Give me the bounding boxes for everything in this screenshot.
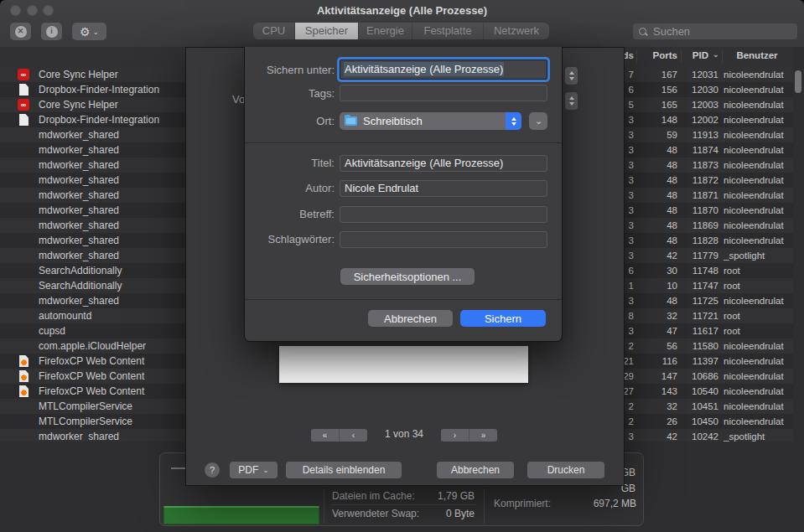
process-name: FirefoxCP Web Content xyxy=(39,354,144,369)
process-name: mdworker_shared xyxy=(39,293,119,308)
ports-cell: 32 xyxy=(637,308,677,323)
process-name: FirefoxCP Web Content xyxy=(39,369,144,384)
keywords-label: Schlagwörter: xyxy=(245,233,335,245)
show-details-button[interactable]: Details einblenden xyxy=(286,462,402,478)
firefox-document-icon xyxy=(19,370,29,382)
chevron-down-icon: ⌄ xyxy=(535,116,542,127)
user-cell: root xyxy=(724,308,793,323)
gear-icon: ⚙ xyxy=(80,25,91,39)
user-cell: nicoleendrulat xyxy=(724,67,793,82)
ports-cell: 48 xyxy=(637,233,677,248)
process-name: mdworker_shared xyxy=(39,248,119,263)
process-name: com.apple.iCloudHelper xyxy=(39,338,146,354)
ports-cell: 32 xyxy=(637,399,677,414)
pagination-forward-buttons: › » xyxy=(441,429,497,442)
sheet-save-button[interactable]: Sichern xyxy=(460,310,546,327)
process-name: Dropbox-Finder-Integration xyxy=(39,112,159,127)
first-page-button[interactable]: « xyxy=(311,429,340,442)
next-page-button[interactable]: › xyxy=(441,429,469,442)
tags-input[interactable] xyxy=(340,85,547,101)
pdf-menu-button[interactable]: PDF ⌄ xyxy=(230,462,278,478)
search-field[interactable] xyxy=(633,23,797,39)
search-input[interactable] xyxy=(651,24,789,39)
process-name: mdworker_shared xyxy=(39,158,119,173)
firefox-document-icon xyxy=(19,385,29,397)
pid-cell: 12002 xyxy=(676,112,718,127)
tab-festplatte[interactable]: Festplatte xyxy=(412,23,484,39)
print-button[interactable]: Drucken xyxy=(527,462,604,478)
user-cell: nicoleendrulat xyxy=(724,218,793,233)
last-page-button[interactable]: » xyxy=(469,429,497,442)
title-label: Titel: xyxy=(245,157,335,169)
pid-cell: 12030 xyxy=(676,82,718,97)
save-as-label: Sichern unter: xyxy=(245,64,335,76)
author-input[interactable]: Nicole Endrulat xyxy=(340,180,547,197)
pages-stepper[interactable] xyxy=(565,92,578,110)
stepper-down-icon xyxy=(569,77,574,80)
user-cell: _spotlight xyxy=(724,429,793,442)
ports-cell: 26 xyxy=(637,414,677,429)
user-cell: nicoleendrulat xyxy=(724,188,793,203)
tab-energie[interactable]: Energie xyxy=(359,23,412,39)
inspect-process-button[interactable]: i xyxy=(41,23,62,40)
pid-cell: 11871 xyxy=(676,188,718,203)
pid-cell: 10540 xyxy=(676,384,718,399)
tab-netzwerk[interactable]: Netzwerk xyxy=(484,23,549,39)
title-input[interactable]: Aktivitätsanzeige (Alle Prozesse) xyxy=(340,155,547,172)
actions-menu-button[interactable]: ⚙ ⌄ xyxy=(72,23,106,40)
pid-cell: 11580 xyxy=(676,338,718,354)
user-cell: nicoleendrulat xyxy=(724,399,793,414)
firefox-document-icon xyxy=(19,355,29,367)
table-scrollbar[interactable] xyxy=(795,70,801,93)
user-cell: nicoleendrulat xyxy=(724,127,793,142)
expand-sheet-button[interactable]: ⌄ xyxy=(529,112,547,130)
quit-process-button[interactable]: ✕ xyxy=(10,23,31,40)
pid-cell: 12003 xyxy=(676,97,718,112)
ports-cell: 48 xyxy=(637,203,677,218)
subject-input[interactable] xyxy=(340,206,547,223)
pid-cell: 11869 xyxy=(676,218,718,233)
help-button[interactable]: ? xyxy=(205,462,220,478)
sheet-cancel-button[interactable]: Abbrechen xyxy=(368,310,453,327)
tab-speicher[interactable]: Speicher xyxy=(295,23,359,39)
pid-cell: 11870 xyxy=(676,203,718,218)
adobe-cc-icon: ∞ xyxy=(18,69,29,80)
ports-cell: 148 xyxy=(637,112,677,127)
process-name: FirefoxCP Web Content xyxy=(39,384,144,399)
ports-cell: 59 xyxy=(637,127,677,142)
column-header-pid[interactable]: PID xyxy=(671,50,708,60)
pid-cell: 10686 xyxy=(676,369,718,384)
save-as-input[interactable]: Aktivitätsanzeige (Alle Prozesse) xyxy=(340,59,547,80)
keywords-input[interactable] xyxy=(340,231,547,248)
ports-cell: 147 xyxy=(637,369,677,384)
chevron-down-icon: ⌄ xyxy=(93,28,100,36)
user-cell: nicoleendrulat xyxy=(724,384,793,399)
tab-cpu[interactable]: CPU xyxy=(253,23,295,39)
folder-icon xyxy=(345,116,357,126)
process-name: mdworker_shared xyxy=(39,218,119,233)
user-cell: nicoleendrulat xyxy=(724,203,793,218)
process-name: Dropbox-Finder-Integration xyxy=(39,82,159,97)
search-icon xyxy=(638,27,648,37)
column-header-user[interactable]: Benutzer xyxy=(724,50,791,60)
pid-cell: 11748 xyxy=(676,263,718,278)
ports-cell: 116 xyxy=(637,354,677,369)
previous-page-button[interactable]: ‹ xyxy=(340,429,367,442)
cached-files-label: Dateien im Cache: xyxy=(332,490,415,502)
ports-cell: 48 xyxy=(637,188,677,203)
adobe-cc-icon: ∞ xyxy=(18,99,29,111)
swap-row: Verwendeter Swap: 0 Byte xyxy=(332,508,475,519)
copies-stepper[interactable] xyxy=(565,67,578,85)
location-popup[interactable]: Schreibtisch xyxy=(340,112,521,130)
pid-cell: 11873 xyxy=(676,158,718,173)
ports-cell: 48 xyxy=(637,158,677,173)
chevron-down-icon: ⌄ xyxy=(262,466,269,474)
security-options-button[interactable]: Sicherheitsoptionen ... xyxy=(340,268,475,285)
subject-label: Betreff: xyxy=(245,208,335,220)
pdf-label: PDF xyxy=(238,464,258,476)
swap-value: 0 Byte xyxy=(446,508,475,519)
process-name: Core Sync Helper xyxy=(39,67,118,82)
cached-files-value: 1,79 GB xyxy=(438,490,475,502)
sort-chevron-icon: ⌄ xyxy=(713,50,723,59)
print-cancel-button[interactable]: Abbrechen xyxy=(437,462,514,478)
